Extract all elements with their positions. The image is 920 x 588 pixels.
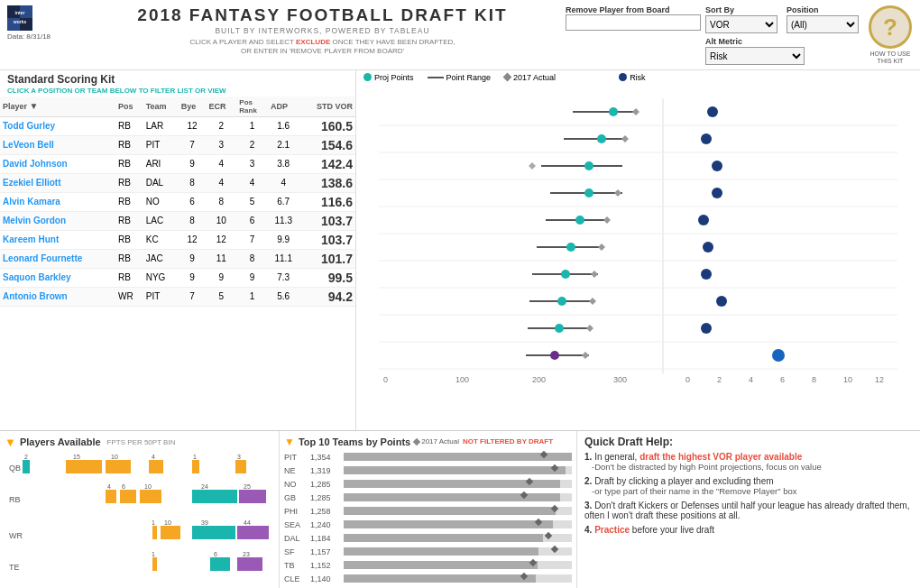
table-row[interactable]: Todd Gurley RB LAR 12 2 1 1.6 160.5: [0, 116, 355, 135]
help-num-3: 3.: [584, 501, 592, 510]
svg-text:24: 24: [201, 483, 208, 490]
team-name: TB: [284, 561, 307, 570]
position-select[interactable]: (All) QB RB WR TE: [787, 15, 859, 33]
teams-actual-label-row: 2017 Actual: [414, 437, 459, 446]
remove-area: Remove Player from Board: [566, 5, 701, 31]
svg-text:TE: TE: [9, 563, 20, 572]
main-title: 2018 FANTASY FOOTBALL DRAFT KIT: [88, 5, 557, 25]
player-adp: 11.1: [268, 249, 299, 268]
player-posrank: 4: [236, 173, 268, 192]
player-pos: RB: [115, 268, 143, 287]
svg-rect-85: [235, 460, 246, 473]
team-actual-diamond: [551, 546, 558, 553]
sort-pos-controls: Sort By VOR ADP ECR Position (All) QB RB…: [705, 5, 859, 65]
team-actual-diamond: [545, 532, 552, 539]
player-posrank: 8: [236, 249, 268, 268]
team-name: SEA: [284, 520, 307, 529]
svg-marker-51: [589, 298, 596, 305]
table-row[interactable]: David Johnson RB ARI 9 4 3 3.8 142.4: [0, 154, 355, 173]
player-adp: 5.6: [268, 287, 299, 306]
help-item-2: 2. Draft by clicking a player and exclud…: [584, 476, 913, 496]
help-sub-1: -Don't be distracted by high Point proje…: [584, 462, 913, 472]
team-bar-fill: [344, 547, 538, 556]
player-team: ARI: [143, 154, 179, 173]
player-vor: 138.6: [299, 173, 355, 192]
team-value: 1,157: [310, 547, 340, 556]
svg-text:4: 4: [749, 375, 753, 384]
team-bar-fill: [344, 534, 543, 542]
table-row[interactable]: Leonard Fournette RB JAC 9 11 8 11.1 101…: [0, 249, 355, 268]
table-row[interactable]: LeVeon Bell RB PIT 7 3 2 2.1 154.6: [0, 135, 355, 154]
help-num-1: 1.: [584, 452, 592, 462]
teams-list: PIT 1,354 NE 1,319 NO 1,285 GB 1,285 PHI…: [284, 451, 572, 585]
player-adp: 3.8: [268, 154, 299, 173]
team-bar-fill: [344, 520, 553, 528]
player-adp: 7.3: [268, 268, 299, 287]
svg-rect-75: [23, 460, 30, 473]
table-row[interactable]: Ezekiel Elliott RB DAL 8 4 4 4 138.6: [0, 173, 355, 192]
svg-marker-54: [586, 325, 593, 332]
left-table-panel: Standard Scoring Kit CLICK A POSITION OR…: [0, 70, 356, 430]
player-pos: WR: [115, 287, 143, 306]
svg-point-64: [701, 269, 712, 280]
svg-point-53: [555, 324, 564, 333]
player-bye: 12: [179, 116, 207, 135]
team-bar-fill: [344, 561, 538, 569]
sort-group: Sort By VOR ADP ECR: [705, 5, 777, 33]
help-link-1[interactable]: draft the highest VOR player available: [639, 452, 802, 462]
svg-marker-39: [614, 189, 621, 197]
svg-point-61: [712, 188, 722, 198]
sort-select[interactable]: VOR ADP ECR: [705, 15, 777, 33]
svg-point-44: [566, 243, 575, 252]
svg-text:inter: inter: [15, 10, 25, 15]
legend-range: Point Range: [428, 73, 492, 82]
logo-area: inter works Data: 8/31/18: [7, 5, 79, 41]
sub-title: BUILT BY INTERWORKS, POWERED BY TABLEAU: [88, 26, 557, 35]
player-name: Saquon Barkley: [0, 268, 115, 287]
table-row[interactable]: Saquon Barkley RB NYG 9 9 9 7.3 99.5: [0, 268, 355, 287]
svg-rect-81: [149, 460, 163, 473]
team-bar-fill: [344, 507, 556, 515]
player-table: Player ▼ Pos Team Bye ECR PosRank ADP ST…: [0, 96, 355, 307]
team-bar-wrap: [344, 493, 572, 501]
svg-text:15: 15: [73, 454, 80, 460]
svg-text:10: 10: [843, 375, 852, 384]
col-ecr: ECR: [206, 96, 236, 117]
player-posrank: 1: [236, 116, 268, 135]
player-team: LAR: [143, 116, 179, 135]
player-vor: 142.4: [299, 154, 355, 173]
col-adp: ADP: [268, 96, 299, 117]
svg-text:WR: WR: [9, 531, 23, 540]
help-item-4: 4. Practice before your live draft: [584, 525, 913, 535]
table-row[interactable]: Melvin Gordon RB LAC 8 10 6 11.3 103.7: [0, 211, 355, 230]
alt-metric-select[interactable]: Risk Upside: [705, 47, 805, 65]
svg-text:200: 200: [532, 375, 546, 384]
svg-text:6: 6: [122, 483, 125, 490]
help-num-4: 4.: [584, 525, 592, 535]
help-text-4b: before your live draft: [632, 525, 714, 535]
table-row[interactable]: Antonio Brown WR PIT 7 5 1 5.6 94.2: [0, 287, 355, 306]
help-circle[interactable]: ?: [869, 5, 912, 49]
svg-marker-57: [582, 352, 589, 359]
sort-label: Sort By: [705, 5, 777, 14]
team-bar-wrap: [344, 574, 572, 583]
svg-point-58: [707, 106, 718, 117]
player-ecr: 5: [206, 287, 236, 306]
table-row[interactable]: Kareem Hunt RB KC 12 12 7 9.9 103.7: [0, 230, 355, 249]
player-pos: RB: [115, 249, 143, 268]
player-vor: 94.2: [299, 287, 355, 306]
players-avail-subtitle: FPTS PER 50PT BIN: [107, 438, 176, 446]
player-bye: 6: [179, 192, 207, 211]
remove-input[interactable]: [566, 14, 701, 31]
svg-point-59: [701, 133, 712, 144]
player-bye: 9: [179, 154, 207, 173]
help-item-3: 3. Don't draft Kickers or Defenses until…: [584, 501, 913, 520]
title-area: 2018 FANTASY FOOTBALL DRAFT KIT BUILT BY…: [79, 5, 566, 57]
player-pos: RB: [115, 211, 143, 230]
help-link-4[interactable]: Practice: [594, 525, 630, 535]
team-name: CLE: [284, 574, 307, 583]
team-row: TB 1,152: [284, 559, 572, 572]
table-row[interactable]: Alvin Kamara RB NO 6 8 5 6.7 116.6: [0, 192, 355, 211]
table-title: Standard Scoring Kit: [0, 70, 355, 87]
help-icon-area[interactable]: ? HOW TO USE THIS KIT: [868, 5, 913, 66]
